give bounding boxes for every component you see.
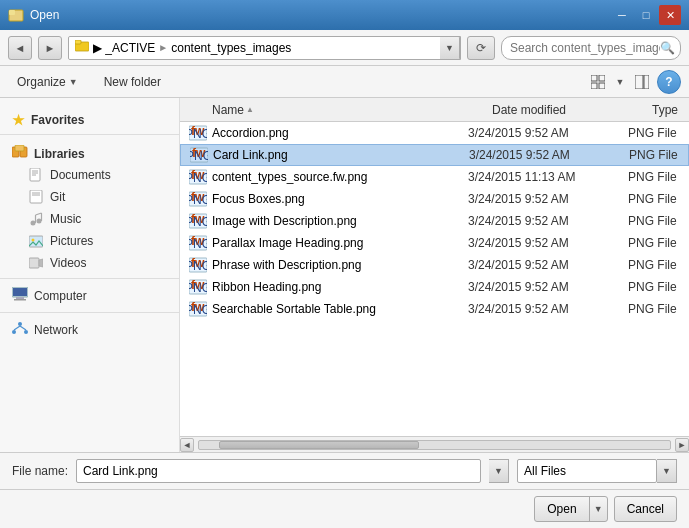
pictures-icon — [28, 233, 44, 249]
table-row[interactable]: fw PNG Parallax Image Heading.png 3/24/2… — [180, 232, 689, 254]
file-icon: fw PNG — [188, 257, 208, 273]
favorites-icon: ★ — [12, 112, 25, 128]
hscroll-left-button[interactable]: ◄ — [180, 438, 194, 452]
file-date: 3/24/2015 9:52 AM — [469, 148, 629, 162]
file-name: Ribbon Heading.png — [212, 280, 468, 294]
file-date: 3/24/2015 9:52 AM — [468, 258, 628, 272]
svg-text:PNG: PNG — [189, 281, 207, 295]
svg-text:PNG: PNG — [189, 171, 207, 185]
sidebar-item-music[interactable]: Music — [0, 208, 179, 230]
sidebar-item-git[interactable]: Git — [0, 186, 179, 208]
svg-rect-32 — [14, 299, 26, 301]
refresh-button[interactable]: ⟳ — [467, 36, 495, 60]
file-name: Searchable Sortable Table.png — [212, 302, 468, 316]
table-row[interactable]: fw PNG Searchable Sortable Table.png 3/2… — [180, 298, 689, 320]
file-type: PNG File — [628, 280, 681, 294]
file-icon: fw PNG — [188, 125, 208, 141]
table-row[interactable]: fw PNG Card Link.png 3/24/2015 9:52 AM P… — [180, 144, 689, 166]
titlebar: Open ─ □ ✕ — [0, 0, 689, 30]
svg-rect-31 — [16, 297, 24, 299]
file-type: PNG File — [628, 236, 681, 250]
svg-point-35 — [24, 330, 28, 334]
window-title: Open — [30, 8, 611, 22]
titlebar-icon — [8, 7, 24, 23]
favorites-label: Favorites — [31, 113, 84, 127]
address-path[interactable]: ▶ _ACTIVE ► content_types_images — [69, 37, 440, 59]
file-list-area: Name ▲ Date modified Type fw PNG Accordi… — [180, 98, 689, 452]
filetype-dropdown-button[interactable]: ▼ — [657, 459, 677, 483]
filename-input[interactable] — [76, 459, 481, 483]
svg-rect-9 — [644, 75, 649, 89]
file-type: PNG File — [628, 214, 681, 228]
file-icon: fw PNG — [188, 301, 208, 317]
sidebar-item-computer[interactable]: Computer — [0, 283, 179, 308]
view-mode-button[interactable] — [585, 70, 611, 94]
file-list: fw PNG Accordion.png 3/24/2015 9:52 AM P… — [180, 122, 689, 436]
table-row[interactable]: fw PNG Phrase with Description.png 3/24/… — [180, 254, 689, 276]
view-dropdown-button[interactable]: ▼ — [613, 70, 627, 94]
close-button[interactable]: ✕ — [659, 5, 681, 25]
file-name: Focus Boxes.png — [212, 192, 468, 206]
svg-text:PNG: PNG — [189, 215, 207, 229]
filename-label: File name: — [12, 464, 68, 478]
sidebar: ★ Favorites Libraries — [0, 98, 180, 452]
svg-text:PNG: PNG — [189, 237, 207, 251]
table-row[interactable]: fw PNG Accordion.png 3/24/2015 9:52 AM P… — [180, 122, 689, 144]
search-input[interactable] — [510, 41, 660, 55]
minimize-button[interactable]: ─ — [611, 5, 633, 25]
search-icon[interactable]: 🔍 — [660, 41, 675, 55]
maximize-button[interactable]: □ — [635, 5, 657, 25]
help-button[interactable]: ? — [657, 70, 681, 94]
file-name: Parallax Image Heading.png — [212, 236, 468, 250]
cancel-label: Cancel — [615, 502, 676, 516]
new-folder-button[interactable]: New folder — [95, 71, 170, 93]
filename-dropdown-button[interactable]: ▼ — [489, 459, 509, 483]
organize-dropdown-arrow: ▼ — [69, 77, 78, 87]
table-row[interactable]: fw PNG Ribbon Heading.png 3/24/2015 9:52… — [180, 276, 689, 298]
favorites-section: ★ Favorites — [0, 106, 179, 130]
network-label: Network — [34, 323, 78, 337]
file-type: PNG File — [628, 302, 681, 316]
sidebar-item-network[interactable]: Network — [0, 317, 179, 342]
back-button[interactable]: ◄ — [8, 36, 32, 60]
address-dropdown-button[interactable]: ▼ — [440, 36, 460, 60]
hscroll-thumb[interactable] — [219, 441, 419, 449]
favorites-header[interactable]: ★ Favorites — [0, 106, 179, 130]
window-controls: ─ □ ✕ — [611, 5, 681, 25]
col-header-name[interactable]: Name ▲ — [212, 103, 492, 117]
sidebar-item-videos[interactable]: Videos — [0, 252, 179, 274]
hscroll-track[interactable] — [198, 440, 671, 450]
table-row[interactable]: fw PNG Focus Boxes.png 3/24/2015 9:52 AM… — [180, 188, 689, 210]
forward-button[interactable]: ► — [38, 36, 62, 60]
svg-point-34 — [12, 330, 16, 334]
table-row[interactable]: fw PNG content_types_source.fw.png 3/24/… — [180, 166, 689, 188]
svg-rect-30 — [13, 288, 27, 296]
organize-button[interactable]: Organize ▼ — [8, 71, 87, 93]
path-separator: ► — [158, 42, 168, 53]
svg-rect-4 — [591, 75, 597, 81]
sidebar-item-documents[interactable]: Documents — [0, 164, 179, 186]
sort-arrow: ▲ — [246, 105, 254, 114]
cancel-button[interactable]: Cancel — [614, 496, 677, 522]
path-part1: ▶ _ACTIVE — [93, 41, 155, 55]
open-button[interactable]: Open ▼ — [534, 496, 607, 522]
svg-point-33 — [18, 322, 22, 326]
open-dropdown-arrow[interactable]: ▼ — [589, 497, 607, 521]
preview-pane-button[interactable] — [629, 70, 655, 94]
col-header-type[interactable]: Type — [652, 103, 681, 117]
col-header-date[interactable]: Date modified — [492, 103, 652, 117]
libraries-icon — [12, 145, 28, 162]
computer-section: Computer — [0, 283, 179, 308]
file-date: 3/24/2015 9:52 AM — [468, 280, 628, 294]
filename-bar: File name: ▼ All Files ▼ — [0, 452, 689, 489]
computer-label: Computer — [34, 289, 87, 303]
svg-marker-28 — [39, 259, 43, 267]
sidebar-item-pictures[interactable]: Pictures — [0, 230, 179, 252]
svg-rect-7 — [599, 83, 605, 89]
file-date: 3/24/2015 9:52 AM — [468, 192, 628, 206]
hscroll-right-button[interactable]: ► — [675, 438, 689, 452]
table-row[interactable]: fw PNG Image with Description.png 3/24/2… — [180, 210, 689, 232]
filetype-value: All Files — [524, 464, 566, 478]
file-date: 3/24/2015 9:52 AM — [468, 214, 628, 228]
libraries-header[interactable]: Libraries — [0, 139, 179, 164]
